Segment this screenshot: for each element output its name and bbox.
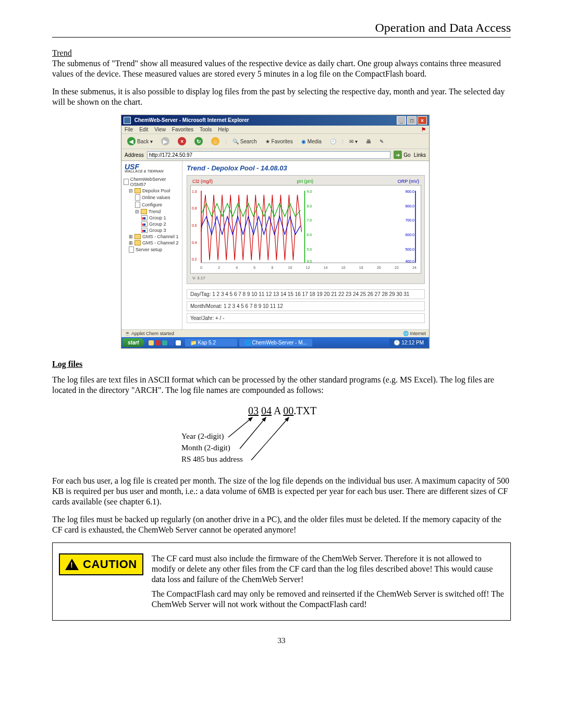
svg-text:14: 14 bbox=[324, 266, 328, 269]
media-icon: ◉ bbox=[301, 139, 306, 144]
tree-trend[interactable]: ⊟Trend bbox=[123, 208, 181, 215]
refresh-icon: ↻ bbox=[194, 137, 203, 145]
mail-icon: ✉ bbox=[349, 139, 353, 144]
tree-group2[interactable]: Group 2 bbox=[123, 221, 181, 227]
year-selector[interactable]: Year/Jahr: + / - bbox=[187, 313, 425, 323]
task-kap[interactable]: 📁 Kap 5.2 bbox=[185, 339, 237, 347]
back-icon: ◀ bbox=[127, 137, 136, 145]
caution-text: The CF card must also include the firmwa… bbox=[152, 553, 504, 614]
edit-icon: ✎ bbox=[380, 139, 384, 144]
svg-text:20: 20 bbox=[377, 266, 381, 269]
links-label[interactable]: Links bbox=[414, 152, 426, 158]
favorites-button[interactable]: ★Favorites bbox=[263, 137, 296, 146]
chart-icon bbox=[141, 228, 148, 233]
svg-text:900.0: 900.0 bbox=[405, 190, 414, 193]
page-icon bbox=[129, 246, 134, 253]
stop-button[interactable]: × bbox=[175, 135, 189, 147]
toolbar: ◀ Back ▾ ▶ × ↻ ⌂ | 🔍Search ★Favorites ◉M… bbox=[121, 134, 429, 149]
internet-icon: 🌐 bbox=[403, 331, 409, 336]
task-chemweb[interactable]: 🌐 ChemWeb-Server - M... bbox=[239, 339, 312, 347]
label-addr: RS 485 bus address bbox=[181, 455, 243, 464]
go-label: Go bbox=[403, 152, 410, 158]
back-button[interactable]: ◀ Back ▾ bbox=[125, 135, 155, 147]
edit-button[interactable]: ✎ bbox=[377, 137, 386, 146]
print-button[interactable]: 🖶 bbox=[363, 137, 374, 146]
stop-icon: × bbox=[178, 137, 186, 145]
refresh-button[interactable]: ↻ bbox=[192, 135, 205, 147]
home-button[interactable]: ⌂ bbox=[209, 135, 222, 147]
page-icon bbox=[135, 202, 140, 208]
window-title: ChemWeb-Server - Microsoft Internet Expl… bbox=[124, 117, 249, 124]
tree-configure[interactable]: Configure bbox=[123, 201, 181, 208]
clock-icon: 🕛 bbox=[394, 340, 400, 346]
menu-favorites[interactable]: Favorites bbox=[172, 127, 193, 132]
media-button[interactable]: ◉Media bbox=[299, 137, 324, 146]
tree-gms1[interactable]: ⊞GMS - Channel 1 bbox=[123, 233, 181, 240]
taskbar: start 📁 Kap 5.2 🌐 ChemWeb-Server - M... … bbox=[121, 337, 429, 348]
svg-text:22: 22 bbox=[395, 266, 399, 269]
menu-help[interactable]: Help bbox=[218, 127, 229, 132]
print-icon: 🖶 bbox=[366, 139, 371, 144]
trend-para1: The submenus of "Trend" show all measure… bbox=[52, 58, 511, 79]
svg-text:18: 18 bbox=[359, 266, 363, 269]
svg-text:0.8: 0.8 bbox=[192, 206, 197, 210]
caution-para2: The CompactFlash card may only be remove… bbox=[152, 589, 504, 610]
folder-icon bbox=[134, 240, 141, 245]
axis-orp: ORP (mV) bbox=[398, 179, 419, 184]
minimize-button[interactable]: _ bbox=[397, 116, 406, 125]
forward-icon: ▶ bbox=[161, 137, 169, 145]
window-titlebar: ChemWeb-Server - Microsoft Internet Expl… bbox=[121, 115, 429, 126]
start-button[interactable]: start bbox=[123, 338, 144, 347]
svg-text:16: 16 bbox=[341, 266, 346, 269]
day-selector[interactable]: Day/Tag: 1 2 3 4 5 6 7 8 9 10 11 12 13 1… bbox=[187, 289, 425, 299]
warning-triangle-icon bbox=[65, 559, 79, 570]
tree-depolox[interactable]: ⊟Depolox Pool bbox=[123, 188, 181, 194]
quick-launch[interactable] bbox=[146, 340, 183, 346]
tree-online[interactable]: Online values bbox=[123, 194, 181, 201]
svg-text:400.0: 400.0 bbox=[405, 260, 414, 263]
svg-text:4.0: 4.0 bbox=[307, 260, 312, 263]
tree-group3[interactable]: Group 3 bbox=[123, 227, 181, 233]
go-button[interactable]: ➜ bbox=[394, 151, 402, 159]
search-icon: 🔍 bbox=[232, 139, 239, 144]
maximize-button[interactable]: □ bbox=[407, 116, 417, 125]
axis-ph: pH (pH) bbox=[297, 179, 314, 184]
tree-server[interactable]: Server setup bbox=[123, 246, 181, 253]
star-icon: ★ bbox=[265, 139, 270, 144]
label-month: Month (2-digit) bbox=[181, 443, 230, 452]
svg-text:8: 8 bbox=[271, 266, 273, 269]
usf-logo: USF WALLACE & TIERNAN bbox=[123, 163, 181, 174]
menu-bar: File Edit View Favorites Tools Help ⚑ bbox=[121, 126, 429, 134]
svg-text:0.6: 0.6 bbox=[192, 224, 197, 227]
section-trend: Trend The submenus of "Trend" show all m… bbox=[52, 48, 511, 107]
menu-file[interactable]: File bbox=[125, 127, 133, 132]
svg-text:2: 2 bbox=[218, 266, 220, 269]
mail-button[interactable]: ✉▾ bbox=[347, 137, 360, 146]
svg-text:500.0: 500.0 bbox=[405, 248, 414, 251]
close-button[interactable]: × bbox=[418, 116, 427, 125]
date-controls: Day/Tag: 1 2 3 4 5 6 7 8 9 10 11 12 13 1… bbox=[187, 289, 425, 323]
address-bar: Address ➜ Go Links bbox=[121, 149, 429, 161]
svg-text:9.0: 9.0 bbox=[307, 190, 312, 193]
svg-text:5.0: 5.0 bbox=[307, 248, 312, 251]
forward-button[interactable]: ▶ bbox=[158, 135, 172, 147]
trend-para2: In these submenus, it is also possible t… bbox=[52, 87, 511, 107]
trend-chart: 1.0 0.8 0.6 0.4 0.2 9.0 8.0 7.0 6.0 5.0 … bbox=[190, 185, 421, 274]
ie-flag-icon: ⚑ bbox=[421, 127, 426, 132]
address-input[interactable] bbox=[147, 151, 391, 159]
chart-version: V. 3.17 bbox=[190, 275, 421, 280]
logfiles-para1: The log files are text files in ASCII fo… bbox=[52, 375, 511, 396]
search-button[interactable]: 🔍Search bbox=[230, 137, 260, 146]
menu-view[interactable]: View bbox=[154, 127, 166, 132]
tree-root[interactable]: ChemWebServer OSM57 bbox=[123, 176, 181, 188]
menu-edit[interactable]: Edit bbox=[139, 127, 148, 132]
tree-gms2[interactable]: ⊞GMS - Channel 2 bbox=[123, 240, 181, 246]
status-text: Applet Chem started bbox=[131, 331, 174, 336]
trend-heading: Trend bbox=[52, 48, 511, 58]
svg-text:24: 24 bbox=[412, 266, 417, 269]
history-button[interactable]: 🕘 bbox=[327, 137, 339, 146]
page-icon bbox=[135, 194, 140, 201]
menu-tools[interactable]: Tools bbox=[200, 127, 212, 132]
tree-group1[interactable]: Group 1 bbox=[123, 215, 181, 221]
month-selector[interactable]: Month/Monat: 1 2 3 4 5 6 7 8 9 10 11 12 bbox=[187, 301, 425, 311]
